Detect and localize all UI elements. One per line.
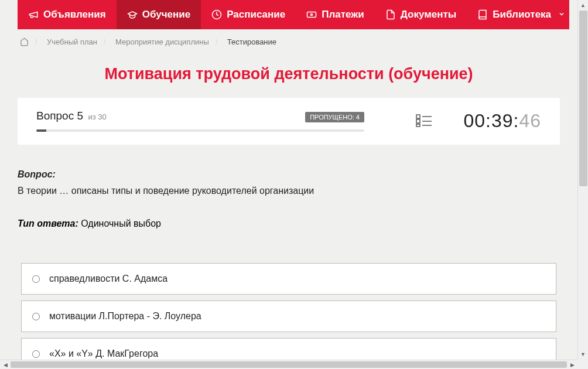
graduation-cap-icon: [127, 9, 138, 20]
timer: 00:39:46: [463, 110, 541, 132]
breadcrumb-sep-icon: 〉: [215, 37, 221, 46]
question-text: В теории … описаны типы и поведение руко…: [18, 186, 560, 196]
svg-rect-5: [416, 119, 420, 123]
option-text: справедливости С. Адамса: [49, 274, 167, 284]
question-total: из 30: [88, 112, 106, 121]
svg-rect-3: [416, 115, 420, 118]
svg-point-2: [311, 14, 313, 16]
skipped-badge: ПРОПУЩЕНО: 4: [305, 112, 364, 122]
answer-type-label: Тип ответа:: [18, 218, 78, 228]
nav-announcements[interactable]: Объявления: [18, 0, 117, 29]
svg-rect-1: [307, 12, 316, 18]
progress-bar: [36, 129, 364, 132]
nav-label: Объявления: [43, 9, 106, 20]
scrollbar-corner: [577, 360, 588, 369]
question-number: Вопрос 5: [36, 110, 83, 122]
payment-icon: [306, 9, 317, 20]
scroll-left-arrow-icon[interactable]: ◀: [0, 360, 11, 369]
svg-rect-7: [416, 124, 420, 127]
nav-bar: Объявления Обучение Расписание Платежи Д…: [18, 0, 569, 29]
radio-input[interactable]: [32, 313, 40, 320]
book-icon: [477, 9, 488, 20]
scroll-up-arrow-icon[interactable]: ▲: [578, 0, 588, 11]
nav-label: Библиотека: [493, 9, 551, 20]
breadcrumb: 〉 Учебный план 〉 Мероприятие дисциплины …: [0, 29, 577, 54]
nav-payments[interactable]: Платежи: [296, 0, 375, 29]
option-text: «Х» и «Y» Д. МакГрегора: [49, 348, 158, 359]
question-label: Вопрос:: [18, 169, 56, 179]
clock-icon: [211, 9, 222, 20]
document-icon: [385, 9, 396, 20]
scrollbar-horizontal[interactable]: ◀ ▶: [0, 360, 577, 369]
radio-input[interactable]: [32, 275, 40, 283]
radio-input[interactable]: [32, 350, 40, 358]
answer-type-value: Одиночный выбор: [81, 218, 161, 228]
chevron-down-icon: [558, 9, 565, 20]
page-title: Мотивация трудовой деятельности (обучени…: [0, 65, 577, 83]
answer-option[interactable]: справедливости С. Адамса: [21, 263, 556, 295]
scroll-down-arrow-icon[interactable]: ▼: [578, 349, 588, 360]
scrollbar-vertical[interactable]: ▲ ▼: [577, 0, 588, 360]
answer-option[interactable]: мотивации Л.Портера - Э. Лоулера: [21, 300, 556, 332]
nav-documents[interactable]: Документы: [375, 0, 467, 29]
nav-label: Обучение: [142, 9, 190, 20]
nav-learning[interactable]: Обучение: [117, 0, 201, 29]
breadcrumb-sep-icon: 〉: [103, 37, 110, 46]
scroll-right-arrow-icon[interactable]: ▶: [567, 360, 577, 369]
breadcrumb-sep-icon: 〉: [35, 37, 41, 46]
nav-library[interactable]: Библиотека: [467, 0, 576, 29]
timer-main: 00:39:: [463, 110, 519, 131]
megaphone-icon: [28, 9, 39, 20]
breadcrumb-link[interactable]: Учебный план: [47, 37, 97, 46]
options-list: справедливости С. Адамса мотивации Л.Пор…: [21, 263, 556, 360]
scrollbar-thumb[interactable]: [11, 361, 567, 368]
timer-seconds: 46: [519, 110, 541, 131]
option-text: мотивации Л.Портера - Э. Лоулера: [49, 311, 201, 322]
breadcrumb-current: Тестирование: [227, 37, 276, 46]
progress-fill: [36, 129, 46, 132]
nav-label: Расписание: [227, 9, 285, 20]
scrollbar-thumb[interactable]: [579, 11, 587, 186]
nav-label: Документы: [401, 9, 457, 20]
answer-option[interactable]: «Х» и «Y» Д. МакГрегора: [21, 338, 556, 360]
breadcrumb-link[interactable]: Мероприятие дисциплины: [115, 37, 209, 46]
home-icon[interactable]: [20, 37, 29, 46]
nav-label: Платежи: [322, 9, 364, 20]
nav-schedule[interactable]: Расписание: [201, 0, 296, 29]
question-list-icon[interactable]: [416, 114, 432, 127]
question-panel: Вопрос 5 из 30 ПРОПУЩЕНО: 4 00:39:46: [18, 98, 560, 145]
